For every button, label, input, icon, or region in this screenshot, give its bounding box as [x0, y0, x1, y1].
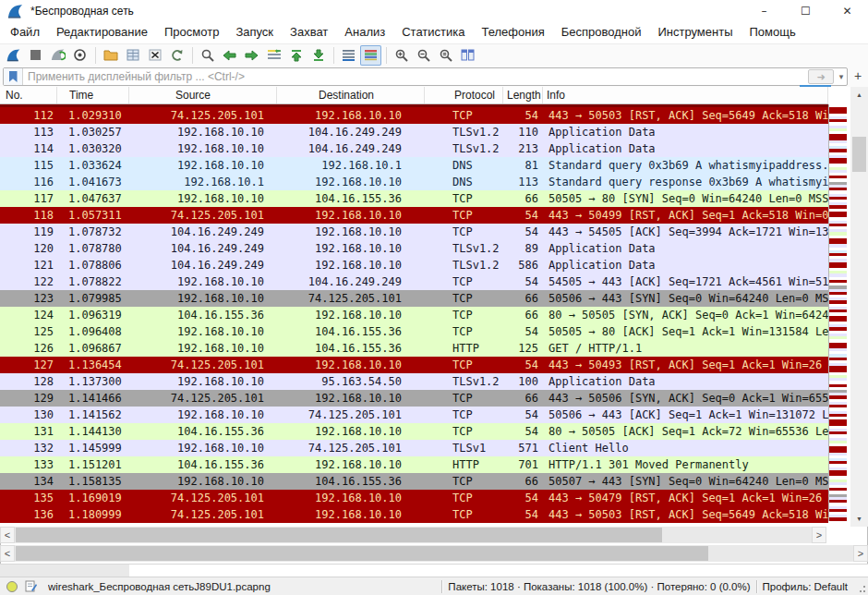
- packet-row[interactable]: 1331.151201104.16.155.36192.168.10.10HTT…: [0, 456, 828, 473]
- apply-filter-icon[interactable]: ➜: [808, 69, 834, 84]
- colorize-icon[interactable]: [360, 45, 381, 66]
- packet-row[interactable]: 1221.078822192.168.10.10104.16.249.249TC…: [0, 273, 828, 290]
- go-forward-icon[interactable]: [241, 45, 262, 66]
- packet-row[interactable]: 1211.078806104.16.249.249192.168.10.10TL…: [0, 257, 828, 273]
- packet-row[interactable]: 1321.145999192.168.10.1074.125.205.101TL…: [0, 440, 828, 456]
- scroll-right-icon[interactable]: >: [812, 527, 826, 543]
- capture-options-icon[interactable]: [69, 45, 90, 66]
- secondary-hscrollbar[interactable]: < >: [0, 545, 868, 562]
- intelligent-scrollbar-minimap[interactable]: [828, 104, 847, 521]
- packet-row[interactable]: 1291.14146674.125.205.101192.168.10.10TC…: [0, 390, 828, 407]
- profile-label[interactable]: Профиль: Default: [763, 581, 848, 592]
- menu-беспроводной[interactable]: Беспроводной: [553, 21, 650, 43]
- cell-proto: DNS: [425, 157, 503, 174]
- save-file-icon[interactable]: [122, 45, 143, 66]
- column-header-length[interactable]: Length: [503, 87, 543, 103]
- cell-dst: 74.125.205.101: [277, 407, 425, 423]
- filter-bookmark-icon[interactable]: [4, 68, 23, 85]
- packet-row[interactable]: 1231.079985192.168.10.1074.125.205.101TC…: [0, 290, 828, 307]
- restart-capture-icon[interactable]: [47, 45, 68, 66]
- cell-dst: 192.168.10.10: [277, 224, 425, 240]
- packet-row[interactable]: 1201.078780104.16.249.249192.168.10.10TL…: [0, 240, 828, 257]
- packet-row[interactable]: 1241.096319104.16.155.36192.168.10.10TCP…: [0, 307, 828, 323]
- go-back-icon[interactable]: [219, 45, 240, 66]
- packet-row[interactable]: 1171.047637192.168.10.10104.16.155.36TCP…: [0, 190, 828, 207]
- expert-info-icon[interactable]: [6, 581, 18, 592]
- packet-row[interactable]: 1361.18099974.125.205.101192.168.10.10TC…: [0, 506, 828, 523]
- scroll-down-icon[interactable]: ▼: [850, 511, 868, 527]
- start-capture-icon[interactable]: [3, 45, 24, 66]
- packet-list-hscrollbar[interactable]: < >: [0, 527, 826, 543]
- reload-icon[interactable]: [166, 45, 187, 66]
- column-header-source[interactable]: Source: [129, 87, 277, 103]
- hscrollbar-thumb[interactable]: [16, 528, 662, 542]
- scroll-up-icon[interactable]: ▲: [850, 87, 868, 103]
- go-to-packet-icon[interactable]: [263, 45, 284, 66]
- packet-row[interactable]: 1261.096867192.168.10.10104.16.155.36HTT…: [0, 340, 828, 357]
- menu-просмотр[interactable]: Просмотр: [156, 21, 227, 43]
- go-first-packet-icon[interactable]: [285, 45, 307, 66]
- zoom-in-icon[interactable]: [391, 45, 412, 66]
- close-file-icon[interactable]: [144, 45, 165, 66]
- menu-запуск[interactable]: Запуск: [227, 21, 282, 43]
- packet-row[interactable]: 1311.144130104.16.155.36192.168.10.10TCP…: [0, 423, 828, 440]
- vertical-scrollbar[interactable]: ▲ ▼: [850, 87, 868, 527]
- packet-row[interactable]: 1351.16901974.125.205.101192.168.10.10TC…: [0, 490, 828, 506]
- open-file-icon[interactable]: [100, 45, 121, 66]
- column-header-time[interactable]: Time: [57, 87, 129, 103]
- packet-row[interactable]: 1121.02931074.125.205.101192.168.10.10TC…: [0, 107, 828, 124]
- column-header-protocol[interactable]: Protocol: [425, 87, 503, 103]
- scroll-left-icon[interactable]: <: [0, 545, 15, 562]
- go-last-packet-icon[interactable]: [307, 45, 329, 66]
- menu-анализ[interactable]: Анализ: [336, 21, 393, 43]
- close-button[interactable]: ✕: [826, 0, 868, 21]
- stop-capture-icon[interactable]: [25, 45, 46, 66]
- packet-row[interactable]: 1271.13645474.125.205.101192.168.10.10TC…: [0, 357, 828, 373]
- minimize-button[interactable]: –: [743, 0, 785, 21]
- auto-scroll-icon[interactable]: [338, 45, 359, 66]
- menu-редактирование[interactable]: Редактирование: [48, 21, 156, 43]
- vertical-scrollbar-thumb[interactable]: [852, 137, 866, 172]
- cell-info: Application Data: [543, 140, 828, 157]
- display-filter-input[interactable]: Применить дисплейный фильтр ... <Ctrl-/>…: [3, 67, 848, 86]
- cell-time: 1.033624: [57, 157, 129, 174]
- column-header-destination[interactable]: Destination: [277, 87, 425, 103]
- menu-телефония[interactable]: Телефония: [473, 21, 552, 43]
- zoom-out-icon[interactable]: [413, 45, 434, 66]
- scroll-right-icon[interactable]: >: [853, 545, 868, 562]
- packet-row[interactable]: 1141.030320192.168.10.10104.16.249.249TL…: [0, 140, 828, 157]
- menu-файл[interactable]: Файл: [2, 21, 48, 43]
- cell-time: 1.137300: [57, 373, 129, 390]
- packet-row[interactable]: 1341.158135192.168.10.10104.16.155.36TCP…: [0, 473, 828, 490]
- cell-no: 112: [0, 107, 57, 124]
- scroll-left-icon[interactable]: <: [0, 527, 15, 543]
- column-header-info[interactable]: Info: [543, 87, 828, 103]
- packet-row[interactable]: 1131.030257192.168.10.10104.16.249.249TL…: [0, 124, 828, 140]
- cell-info: 50505 → 80 [SYN] Seq=0 Win=64240 Len=0 M…: [543, 190, 828, 207]
- zoom-normal-icon[interactable]: [435, 45, 456, 66]
- capture-file-name[interactable]: wireshark_Беспроводная сетьJ89DU1.pcapng: [48, 581, 436, 592]
- capture-comment-icon[interactable]: [25, 580, 37, 592]
- menu-помощь[interactable]: Помощь: [741, 21, 804, 43]
- cell-info: 80 → 50505 [SYN, ACK] Seq=0 Ack=1 Win=64…: [543, 307, 828, 323]
- resize-columns-icon[interactable]: [457, 45, 478, 66]
- resize-grip[interactable]: [857, 580, 866, 593]
- packet-row[interactable]: 1301.141562192.168.10.1074.125.205.101TC…: [0, 407, 828, 423]
- add-filter-button[interactable]: +: [850, 67, 865, 84]
- packet-row[interactable]: 1281.137300192.168.10.1095.163.54.50TLSv…: [0, 373, 828, 390]
- menu-инструменты[interactable]: Инструменты: [649, 21, 741, 43]
- packet-row[interactable]: 1251.096408192.168.10.10104.16.155.36TCP…: [0, 323, 828, 340]
- column-header-no[interactable]: No.: [0, 87, 57, 103]
- menu-захват[interactable]: Захват: [282, 21, 336, 43]
- cell-info: 443 → 50499 [RST, ACK] Seq=1 Ack=518 Win…: [543, 207, 828, 224]
- packet-row[interactable]: 1151.033624192.168.10.10192.168.10.1DNS8…: [0, 157, 828, 174]
- maximize-button[interactable]: ☐: [785, 0, 826, 21]
- menu-статистика[interactable]: Статистика: [393, 21, 473, 43]
- cell-time: 1.030320: [57, 140, 129, 157]
- find-packet-icon[interactable]: [197, 45, 218, 66]
- packet-row[interactable]: 1181.05731174.125.205.101192.168.10.10TC…: [0, 207, 828, 224]
- filter-dropdown-icon[interactable]: ▾: [836, 72, 847, 81]
- hscrollbar-thumb[interactable]: [16, 546, 708, 561]
- packet-row[interactable]: 1191.078732104.16.249.249192.168.10.10TC…: [0, 224, 828, 240]
- packet-row[interactable]: 1161.041673192.168.10.1192.168.10.10DNS1…: [0, 174, 828, 190]
